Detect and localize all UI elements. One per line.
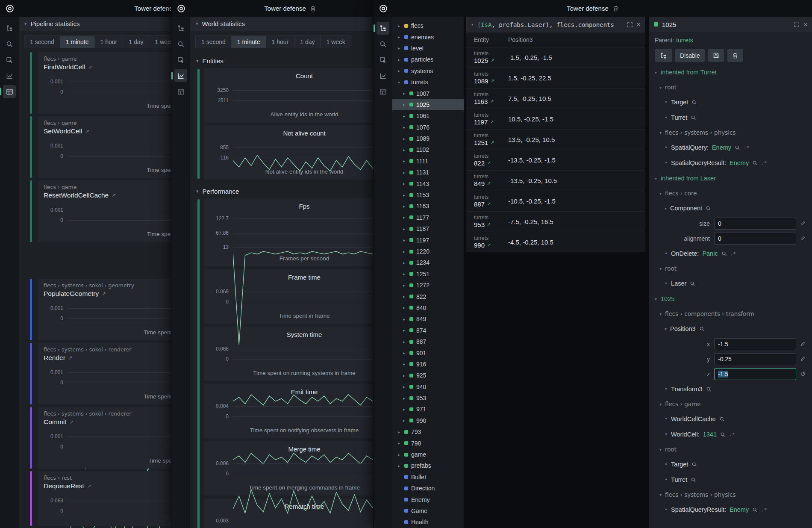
open-link-icon[interactable]: ↗ [490,139,494,147]
component-row[interactable]: •WorldCellCache [649,411,812,427]
tree-item-level[interactable]: ▸level [392,43,464,54]
table-row[interactable]: turrets1163↗7.5, -0.25, 10.5 [466,88,645,109]
component-row[interactable]: •SpatialQueryResult:Enemy.* [649,155,812,171]
open-link-icon[interactable]: ↗ [487,241,491,249]
chevron-right-icon[interactable]: ▸ [402,227,406,231]
chevron-right-icon[interactable]: ▸ [397,46,401,50]
component-row[interactable]: •Turret [649,472,812,487]
open-link-icon[interactable]: ↗ [487,200,491,208]
component-group-header[interactable]: ▾flecs › systems › physics [649,487,812,502]
tree-item-1061[interactable]: ▸1061 [392,110,464,121]
chevron-right-icon[interactable]: ▸ [402,147,406,152]
stats-icon[interactable] [3,85,16,98]
search-icon[interactable] [752,160,758,166]
chevron-right-icon[interactable]: ▸ [402,271,406,276]
open-link-icon[interactable]: ↗ [102,289,106,298]
search-icon[interactable] [377,38,389,50]
chevron-right-icon[interactable]: ▸ [402,204,406,209]
trash-icon[interactable] [310,5,316,12]
tree-item-1089[interactable]: ▸1089 [392,133,464,144]
chevron-right-icon[interactable]: ▸ [402,396,406,401]
time-range-1-second[interactable]: 1 second [195,35,232,48]
table-row[interactable]: turrets887↗-10.5, -0.25, -1.5 [466,191,645,211]
column-header-position3[interactable]: Position3 [508,36,533,43]
component-row[interactable]: •OnDelete:Panic.* [649,246,812,261]
chevron-right-icon[interactable]: ▸ [402,407,406,412]
tree-item-1251[interactable]: ▸1251 [392,268,464,280]
search-icon[interactable] [735,145,740,150]
open-link-icon[interactable]: ↗ [85,127,89,136]
tree-item-systems[interactable]: ▸systems [392,65,464,77]
tree-item-flecs[interactable]: ▸flecs [392,20,464,31]
search-icon[interactable] [706,386,712,392]
expand-icon[interactable] [794,21,800,27]
component-group-header[interactable]: ▾flecs › components › transform [649,307,812,321]
parent-link[interactable]: turrets [676,37,693,44]
component-row[interactable]: •WorldCell:1341.* [649,427,812,442]
component-group-header[interactable]: ▾flecs › systems › physics [649,125,812,140]
chart-name-link[interactable]: ResetWorldCellCache [44,191,109,200]
component-value-link[interactable]: Panic [702,250,718,257]
time-range-1-hour[interactable]: 1 hour [266,35,295,48]
stats-icon[interactable] [174,85,187,98]
entity-id-link[interactable]: 1163 [474,97,488,106]
search-icon[interactable] [691,100,697,105]
tree-item-1153[interactable]: ▸1153 [392,189,464,201]
chevron-right-icon[interactable]: ▸ [402,125,406,130]
table-row[interactable]: turrets1251↗13.5, -0.25, 10.5 [466,129,645,150]
search-icon[interactable] [174,38,187,50]
tree-item-1111[interactable]: ▸1111 [392,156,464,167]
tree-item-1220[interactable]: ▸1220 [392,246,464,257]
entity-id-link[interactable]: 990 [474,241,485,249]
chevron-right-icon[interactable]: ▸ [402,418,406,423]
tree-item-798[interactable]: ▸798 [392,437,464,448]
open-link-icon[interactable]: ↗ [88,62,92,72]
trash-icon[interactable] [612,5,619,12]
chevron-right-icon[interactable]: ▸ [397,463,401,468]
chevron-right-icon[interactable]: ▸ [402,373,406,378]
time-range-1-week[interactable]: 1 week [320,35,351,48]
chevron-right-icon[interactable]: ▸ [397,35,401,39]
tree-item-793[interactable]: ▸793 [392,426,464,437]
entity-id-link[interactable]: 849 [474,180,485,188]
entity-id-link[interactable]: 953 [474,221,485,229]
chevron-right-icon[interactable]: ▸ [402,294,406,299]
tree-item-916[interactable]: ▸916 [392,359,464,370]
table-row[interactable]: turrets1025↗-1.5, -0.25, -1.5 [466,47,645,68]
component-row[interactable]: •Turret [649,110,812,125]
open-link-icon[interactable]: ↗ [487,159,491,167]
tree-item-1234[interactable]: ▸1234 [392,257,464,268]
inspect-icon[interactable] [174,53,187,66]
chevron-right-icon[interactable]: ▸ [402,351,406,355]
open-link-icon[interactable]: ↗ [112,191,116,200]
inspector-section-header[interactable]: ▾inherited from Laser [649,171,812,186]
chevron-right-icon[interactable]: ▸ [402,114,406,118]
open-link-icon[interactable]: ↗ [87,481,91,491]
table-row[interactable]: turrets953↗-7.5, -0.25, 16.5 [466,211,645,232]
tree-item-822[interactable]: ▸822 [392,291,464,302]
time-range-1-second[interactable]: 1 second [24,35,60,48]
time-range-1-hour[interactable]: 1 hour [94,35,124,48]
chart-name-link[interactable]: PopulateGeometry [44,289,99,298]
open-link-icon[interactable]: ↗ [490,97,494,106]
time-range-1-day[interactable]: 1 day [294,35,321,48]
open-link-icon[interactable]: ↗ [487,180,491,188]
tree-item-Bullet[interactable]: Bullet [392,472,464,483]
search-icon[interactable] [719,416,725,422]
chart-icon[interactable] [377,69,389,82]
table-row[interactable]: turrets822↗-13.5, -0.25, -1.5 [466,150,645,170]
chevron-right-icon[interactable]: ▸ [397,57,401,62]
tree-item-887[interactable]: ▸887 [392,336,464,347]
search-icon[interactable] [691,115,696,121]
expand-icon[interactable] [627,22,633,28]
open-link-icon[interactable]: ↗ [68,353,73,363]
time-range-1-minute[interactable]: 1 minute [60,35,95,48]
component-value-link[interactable]: Enemy [712,144,731,151]
chevron-right-icon[interactable]: ▸ [402,283,406,288]
tree-item-990[interactable]: ▸990 [392,415,464,426]
field-input[interactable]: 0 [714,218,796,230]
close-icon[interactable]: × [636,21,641,28]
undo-icon[interactable]: ↺ [800,370,806,378]
chevron-right-icon[interactable]: ▸ [402,317,406,322]
tree-item-1197[interactable]: ▸1197 [392,234,464,245]
